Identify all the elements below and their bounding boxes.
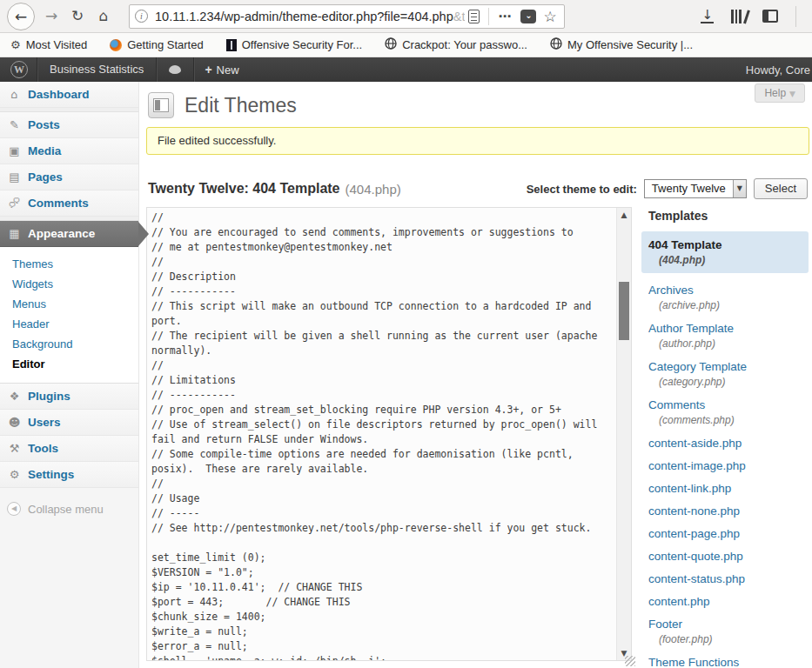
posts-icon: ✎ bbox=[7, 118, 22, 131]
main-content: Help▼ Edit Themes File edited successful… bbox=[139, 82, 812, 668]
sidebar-item-posts[interactable]: ✎ Posts bbox=[0, 112, 138, 138]
media-icon: ▣ bbox=[7, 144, 22, 157]
editor-scrollbar[interactable]: ▲ ▼ bbox=[616, 208, 631, 660]
scrollbar-thumb[interactable] bbox=[619, 282, 629, 340]
file-heading: Twenty Twelve: 404 Template bbox=[148, 181, 340, 197]
pocket-icon[interactable]: ⌄ bbox=[520, 10, 536, 23]
template-item-theme-functions[interactable]: Theme Functions (functions.php) bbox=[641, 654, 809, 668]
dashboard-icon: ⌂ bbox=[7, 88, 22, 101]
sidebar-item-media[interactable]: ▣ Media bbox=[0, 138, 138, 164]
page-header: Edit Themes bbox=[148, 92, 297, 118]
bookmark-getting-started[interactable]: Getting Started bbox=[110, 38, 203, 51]
theme-select-dropdown[interactable]: Twenty Twelve ▼ bbox=[644, 179, 747, 198]
sidebar-toggle-icon[interactable] bbox=[762, 10, 778, 23]
success-notice: File edited successfully. bbox=[146, 127, 809, 155]
sidebar-item-label: Plugins bbox=[28, 390, 70, 403]
sidebar-item-tools[interactable]: ⚒ Tools bbox=[0, 436, 138, 462]
submenu-item-themes[interactable]: Themes bbox=[0, 254, 138, 274]
template-item-content-page[interactable]: content-page.php bbox=[641, 525, 809, 542]
template-name: content-none.php bbox=[648, 503, 809, 519]
downloads-icon[interactable]: ↓ bbox=[701, 9, 714, 23]
sidebar-item-pages[interactable]: ▤ Pages bbox=[0, 164, 138, 190]
forward-button[interactable]: → bbox=[38, 3, 64, 30]
sidebar-item-plugins[interactable]: ❖ Plugins bbox=[0, 384, 138, 410]
site-name-menu[interactable]: Business Statistics bbox=[37, 57, 156, 82]
comments-icon: 🗪︎ bbox=[7, 197, 22, 210]
submenu-item-menus[interactable]: Menus bbox=[0, 294, 138, 314]
submenu-item-background[interactable]: Background bbox=[0, 334, 138, 354]
browser-toolbar: ← → ↻ ⌂ i 10.11.1.234/wp-admin/theme-edi… bbox=[0, 0, 812, 33]
bookmark-crackpot[interactable]: Crackpot: Your passwo... bbox=[385, 37, 527, 52]
template-item-content-image[interactable]: content-image.php bbox=[641, 458, 809, 474]
template-name: 404 Template bbox=[648, 237, 802, 253]
template-file: (footer.php) bbox=[648, 632, 809, 646]
theme-code-textarea[interactable]: // // You are encouraged to send comment… bbox=[146, 207, 632, 661]
new-content-menu[interactable]: +New bbox=[194, 57, 249, 82]
theme-picker: Select theme to edit: Twenty Twelve ▼ Se… bbox=[527, 178, 808, 199]
howdy-account-menu[interactable]: Howdy, Core bbox=[746, 63, 812, 77]
textarea-resize-grip[interactable] bbox=[625, 656, 635, 666]
bookmark-my-offensive-security[interactable]: My Offensive Security |... bbox=[550, 37, 693, 52]
submenu-item-editor[interactable]: Editor bbox=[0, 354, 138, 374]
pages-icon: ▤ bbox=[7, 170, 22, 184]
sidebar-item-dashboard[interactable]: ⌂ Dashboard bbox=[0, 82, 138, 108]
template-name: Archives bbox=[648, 282, 809, 298]
globe-icon bbox=[385, 37, 397, 52]
template-item-comments[interactable]: Comments (comments.php) bbox=[641, 397, 809, 427]
help-label: Help bbox=[764, 87, 786, 99]
template-item-content-link[interactable]: content-link.php bbox=[641, 480, 809, 497]
toolbar-edge-divider bbox=[795, 6, 796, 27]
templates-heading: Templates bbox=[641, 209, 809, 223]
back-button[interactable]: ← bbox=[7, 3, 35, 30]
template-item-content-status[interactable]: content-status.php bbox=[641, 571, 809, 587]
template-name: content-quote.php bbox=[648, 548, 809, 564]
template-item-author[interactable]: Author Template (author.php) bbox=[641, 320, 809, 351]
page-title: Edit Themes bbox=[185, 94, 297, 117]
bookmark-offensive-security-forums[interactable]: Offensive Security For... bbox=[226, 38, 362, 51]
template-item-content-aside[interactable]: content-aside.php bbox=[641, 435, 809, 451]
select-theme-button[interactable]: Select bbox=[754, 178, 808, 199]
template-item-content-php[interactable]: content.php bbox=[641, 593, 809, 610]
bookmark-label: Most Visited bbox=[26, 38, 88, 51]
home-button[interactable]: ⌂ bbox=[91, 3, 117, 30]
sidebar-item-appearance[interactable]: ▦ Appearance bbox=[0, 221, 138, 247]
dropdown-arrow-icon: ▼ bbox=[733, 180, 746, 197]
bookmark-star-icon[interactable]: ☆ bbox=[541, 8, 558, 25]
collapse-menu-button[interactable]: ◀ Collapse menu bbox=[0, 502, 138, 516]
template-item-archives[interactable]: Archives (archive.php) bbox=[641, 282, 809, 312]
bookmark-label: My Offensive Security |... bbox=[567, 38, 693, 51]
comments-menu[interactable] bbox=[157, 57, 193, 82]
sidebar-item-settings[interactable]: ⚙ Settings bbox=[0, 462, 138, 488]
template-name: content-aside.php bbox=[648, 435, 809, 451]
url-main: 10.11.1.234/wp-admin/theme-editor.php?fi… bbox=[155, 10, 453, 23]
template-item-category[interactable]: Category Template (category.php) bbox=[641, 358, 809, 389]
wordpress-logo-icon[interactable]: W bbox=[10, 61, 28, 78]
template-item-content-none[interactable]: content-none.php bbox=[641, 503, 809, 519]
sidebar-item-comments[interactable]: 🗪︎ Comments bbox=[0, 190, 138, 217]
template-name: content-link.php bbox=[648, 480, 809, 497]
reload-button[interactable]: ↻ bbox=[64, 3, 91, 30]
library-icon[interactable] bbox=[731, 10, 745, 23]
template-item-footer[interactable]: Footer (footer.php) bbox=[641, 616, 809, 646]
submenu-item-header[interactable]: Header bbox=[0, 314, 138, 334]
template-name: Theme Functions bbox=[648, 654, 809, 668]
submenu-item-widgets[interactable]: Widgets bbox=[0, 274, 138, 294]
sidebar-item-label: Tools bbox=[28, 442, 58, 455]
sidebar-item-users[interactable]: ☻ Users bbox=[0, 410, 138, 436]
new-label: New bbox=[217, 63, 239, 77]
template-item-content-quote[interactable]: content-quote.php bbox=[641, 548, 809, 564]
urlbar-divider bbox=[488, 8, 489, 25]
plus-icon: + bbox=[205, 63, 211, 77]
template-file: (category.php) bbox=[648, 375, 809, 389]
edit-themes-icon bbox=[148, 92, 174, 118]
reader-mode-icon[interactable] bbox=[468, 10, 480, 23]
page-actions-icon[interactable]: ⋯ bbox=[494, 9, 515, 24]
help-button[interactable]: Help▼ bbox=[755, 84, 805, 103]
bookmark-most-visited[interactable]: ⚙ Most Visited bbox=[10, 38, 87, 51]
url-text[interactable]: 10.11.1.234/wp-admin/theme-editor.php?fi… bbox=[155, 10, 465, 23]
url-bar[interactable]: i 10.11.1.234/wp-admin/theme-editor.php?… bbox=[129, 4, 565, 29]
scroll-up-icon[interactable]: ▲ bbox=[617, 208, 631, 222]
site-info-icon[interactable]: i bbox=[135, 10, 148, 23]
template-item-404[interactable]: 404 Template (404.php) bbox=[641, 231, 809, 273]
bookmarks-bar: ⚙ Most Visited Getting Started Offensive… bbox=[0, 33, 812, 57]
